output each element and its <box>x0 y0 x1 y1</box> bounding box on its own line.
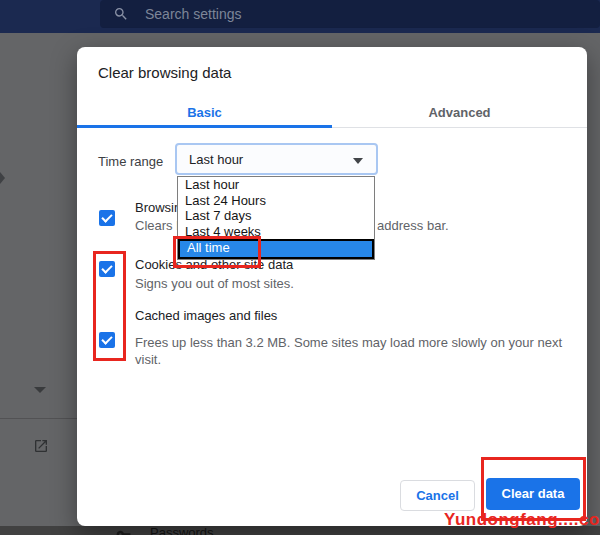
tab-basic[interactable]: Basic <box>77 95 332 128</box>
watermark: Yundongfang....com <box>444 510 600 530</box>
annotation-box-checkboxes <box>93 251 126 361</box>
clear-browsing-data-dialog: Clear browsing data Basic Advanced Time … <box>77 47 587 526</box>
annotation-box-all-time <box>173 236 261 268</box>
option-last-hour[interactable]: Last hour <box>178 177 374 193</box>
chevron-down-icon[interactable] <box>34 387 46 393</box>
key-icon <box>116 527 131 535</box>
row-label-cached-images: Cached images and files <box>135 308 277 323</box>
checkbox-browsing-history[interactable] <box>99 210 115 226</box>
cancel-button[interactable]: Cancel <box>400 480 475 511</box>
select-arrow-icon <box>353 158 363 164</box>
search-placeholder: Search settings <box>145 6 242 22</box>
option-last-24-hours[interactable]: Last 24 Hours <box>178 193 374 209</box>
tab-advanced[interactable]: Advanced <box>332 95 587 127</box>
search-icon <box>113 6 129 22</box>
nav-divider <box>0 418 77 419</box>
settings-header: Search settings <box>0 0 600 33</box>
row-desc-cookies: Signs you out of most sites. <box>135 275 575 292</box>
option-last-7-days[interactable]: Last 7 days <box>178 208 374 224</box>
row-desc-cached-images: Frees up less than 3.2 MB. Some sites ma… <box>135 334 567 368</box>
passwords-label: Passwords <box>150 526 214 535</box>
nav-edge-arrow-icon <box>0 172 5 184</box>
time-range-value: Last hour <box>189 152 243 167</box>
screen: Search settings Passwords Clear browsing… <box>0 0 600 535</box>
dialog-title: Clear browsing data <box>98 64 231 81</box>
search-input[interactable]: Search settings <box>100 0 600 28</box>
time-range-label: Time range <box>98 154 163 169</box>
dialog-tabbar: Basic Advanced <box>77 95 587 128</box>
open-in-new-icon[interactable] <box>33 438 49 454</box>
time-range-select[interactable]: Last hour <box>175 143 378 175</box>
